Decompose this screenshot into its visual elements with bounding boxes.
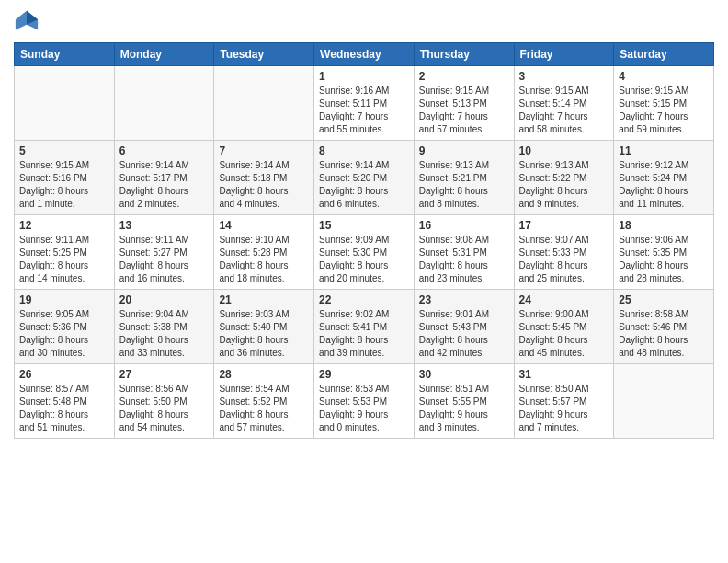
calendar-cell: 25Sunrise: 8:58 AM Sunset: 5:46 PM Dayli…	[614, 290, 714, 364]
calendar-cell: 8Sunrise: 9:14 AM Sunset: 5:20 PM Daylig…	[314, 141, 415, 215]
day-header-friday: Friday	[514, 43, 614, 66]
day-number: 6	[119, 144, 210, 157]
calendar-cell: 21Sunrise: 9:03 AM Sunset: 5:40 PM Dayli…	[214, 290, 314, 364]
day-info: Sunrise: 9:15 AM Sunset: 5:14 PM Dayligh…	[519, 85, 609, 136]
day-info: Sunrise: 9:03 AM Sunset: 5:40 PM Dayligh…	[219, 308, 309, 360]
calendar-cell: 11Sunrise: 9:12 AM Sunset: 5:24 PM Dayli…	[614, 141, 714, 215]
day-number: 19	[19, 293, 109, 306]
day-number: 20	[119, 293, 210, 306]
week-row: 12Sunrise: 9:11 AM Sunset: 5:25 PM Dayli…	[15, 215, 714, 290]
calendar-cell: 31Sunrise: 8:50 AM Sunset: 5:57 PM Dayli…	[514, 364, 614, 439]
calendar-cell	[15, 66, 115, 141]
day-info: Sunrise: 9:06 AM Sunset: 5:35 PM Dayligh…	[619, 234, 709, 285]
calendar-cell: 23Sunrise: 9:01 AM Sunset: 5:43 PM Dayli…	[414, 290, 514, 364]
day-info: Sunrise: 9:15 AM Sunset: 5:13 PM Dayligh…	[419, 85, 509, 136]
day-number: 10	[519, 144, 609, 157]
day-number: 24	[519, 293, 609, 306]
day-number: 21	[219, 293, 309, 306]
day-info: Sunrise: 8:54 AM Sunset: 5:52 PM Dayligh…	[219, 383, 309, 434]
calendar-cell: 2Sunrise: 9:15 AM Sunset: 5:13 PM Daylig…	[414, 66, 514, 141]
day-number: 29	[319, 368, 409, 381]
logo	[14, 9, 43, 35]
calendar-cell: 14Sunrise: 9:10 AM Sunset: 5:28 PM Dayli…	[214, 215, 314, 290]
calendar-cell: 4Sunrise: 9:15 AM Sunset: 5:15 PM Daylig…	[614, 66, 714, 141]
day-number: 4	[619, 70, 709, 83]
calendar-cell: 20Sunrise: 9:04 AM Sunset: 5:38 PM Dayli…	[114, 290, 214, 364]
calendar-cell: 19Sunrise: 9:05 AM Sunset: 5:36 PM Dayli…	[15, 290, 115, 364]
day-number: 30	[419, 368, 509, 381]
day-info: Sunrise: 9:14 AM Sunset: 5:18 PM Dayligh…	[219, 159, 309, 211]
day-info: Sunrise: 9:15 AM Sunset: 5:15 PM Dayligh…	[619, 85, 709, 136]
day-header-thursday: Thursday	[414, 43, 514, 66]
day-number: 22	[319, 293, 409, 306]
day-info: Sunrise: 8:51 AM Sunset: 5:55 PM Dayligh…	[419, 383, 509, 434]
day-number: 9	[419, 144, 509, 157]
day-number: 26	[19, 368, 109, 381]
day-number: 13	[119, 219, 210, 232]
day-number: 14	[219, 219, 309, 232]
day-number: 15	[319, 219, 409, 232]
day-number: 25	[619, 293, 709, 306]
calendar-cell: 28Sunrise: 8:54 AM Sunset: 5:52 PM Dayli…	[214, 364, 314, 439]
day-number: 16	[419, 219, 509, 232]
day-number: 28	[219, 368, 309, 381]
day-number: 18	[619, 219, 709, 232]
day-number: 17	[519, 219, 609, 232]
calendar-cell: 9Sunrise: 9:13 AM Sunset: 5:21 PM Daylig…	[414, 141, 514, 215]
day-info: Sunrise: 9:11 AM Sunset: 5:27 PM Dayligh…	[119, 234, 210, 285]
day-info: Sunrise: 9:14 AM Sunset: 5:17 PM Dayligh…	[119, 159, 210, 211]
calendar-cell: 27Sunrise: 8:56 AM Sunset: 5:50 PM Dayli…	[114, 364, 214, 439]
page: SundayMondayTuesdayWednesdayThursdayFrid…	[0, 0, 728, 563]
day-info: Sunrise: 8:53 AM Sunset: 5:53 PM Dayligh…	[319, 383, 409, 434]
day-info: Sunrise: 9:00 AM Sunset: 5:45 PM Dayligh…	[519, 308, 609, 360]
header-row: SundayMondayTuesdayWednesdayThursdayFrid…	[15, 43, 714, 66]
calendar-cell	[114, 66, 214, 141]
day-number: 31	[519, 368, 609, 381]
day-number: 2	[419, 70, 509, 83]
calendar-cell: 12Sunrise: 9:11 AM Sunset: 5:25 PM Dayli…	[15, 215, 115, 290]
calendar-cell: 6Sunrise: 9:14 AM Sunset: 5:17 PM Daylig…	[114, 141, 214, 215]
header	[14, 9, 714, 35]
week-row: 1Sunrise: 9:16 AM Sunset: 5:11 PM Daylig…	[15, 66, 714, 141]
calendar-cell: 13Sunrise: 9:11 AM Sunset: 5:27 PM Dayli…	[114, 215, 214, 290]
day-number: 7	[219, 144, 309, 157]
day-info: Sunrise: 8:58 AM Sunset: 5:46 PM Dayligh…	[619, 308, 709, 360]
calendar-cell: 30Sunrise: 8:51 AM Sunset: 5:55 PM Dayli…	[414, 364, 514, 439]
week-row: 19Sunrise: 9:05 AM Sunset: 5:36 PM Dayli…	[15, 290, 714, 364]
calendar-cell: 10Sunrise: 9:13 AM Sunset: 5:22 PM Dayli…	[514, 141, 614, 215]
day-info: Sunrise: 9:09 AM Sunset: 5:30 PM Dayligh…	[319, 234, 409, 285]
calendar-cell: 1Sunrise: 9:16 AM Sunset: 5:11 PM Daylig…	[314, 66, 415, 141]
day-info: Sunrise: 8:50 AM Sunset: 5:57 PM Dayligh…	[519, 383, 609, 434]
calendar-cell: 26Sunrise: 8:57 AM Sunset: 5:48 PM Dayli…	[15, 364, 115, 439]
day-info: Sunrise: 9:07 AM Sunset: 5:33 PM Dayligh…	[519, 234, 609, 285]
calendar-cell: 22Sunrise: 9:02 AM Sunset: 5:41 PM Dayli…	[314, 290, 415, 364]
day-header-monday: Monday	[114, 43, 214, 66]
day-header-sunday: Sunday	[15, 43, 115, 66]
calendar-cell: 7Sunrise: 9:14 AM Sunset: 5:18 PM Daylig…	[214, 141, 314, 215]
logo-icon	[14, 9, 40, 35]
day-number: 8	[319, 144, 409, 157]
calendar-cell: 17Sunrise: 9:07 AM Sunset: 5:33 PM Dayli…	[514, 215, 614, 290]
calendar-cell	[214, 66, 314, 141]
calendar-cell: 29Sunrise: 8:53 AM Sunset: 5:53 PM Dayli…	[314, 364, 415, 439]
calendar-cell: 15Sunrise: 9:09 AM Sunset: 5:30 PM Dayli…	[314, 215, 415, 290]
week-row: 26Sunrise: 8:57 AM Sunset: 5:48 PM Dayli…	[15, 364, 714, 439]
calendar-cell: 3Sunrise: 9:15 AM Sunset: 5:14 PM Daylig…	[514, 66, 614, 141]
day-info: Sunrise: 9:08 AM Sunset: 5:31 PM Dayligh…	[419, 234, 509, 285]
day-info: Sunrise: 9:15 AM Sunset: 5:16 PM Dayligh…	[19, 159, 109, 211]
day-info: Sunrise: 9:10 AM Sunset: 5:28 PM Dayligh…	[219, 234, 309, 285]
day-info: Sunrise: 9:05 AM Sunset: 5:36 PM Dayligh…	[19, 308, 109, 360]
day-info: Sunrise: 9:01 AM Sunset: 5:43 PM Dayligh…	[419, 308, 509, 360]
day-number: 5	[19, 144, 109, 157]
calendar-cell: 24Sunrise: 9:00 AM Sunset: 5:45 PM Dayli…	[514, 290, 614, 364]
day-info: Sunrise: 9:02 AM Sunset: 5:41 PM Dayligh…	[319, 308, 409, 360]
day-header-wednesday: Wednesday	[314, 43, 415, 66]
day-number: 12	[19, 219, 109, 232]
day-number: 11	[619, 144, 709, 157]
day-info: Sunrise: 9:11 AM Sunset: 5:25 PM Dayligh…	[19, 234, 109, 285]
day-info: Sunrise: 8:56 AM Sunset: 5:50 PM Dayligh…	[119, 383, 210, 434]
day-info: Sunrise: 9:16 AM Sunset: 5:11 PM Dayligh…	[319, 85, 409, 136]
calendar-table: SundayMondayTuesdayWednesdayThursdayFrid…	[14, 42, 714, 439]
day-header-tuesday: Tuesday	[214, 43, 314, 66]
day-number: 27	[119, 368, 210, 381]
